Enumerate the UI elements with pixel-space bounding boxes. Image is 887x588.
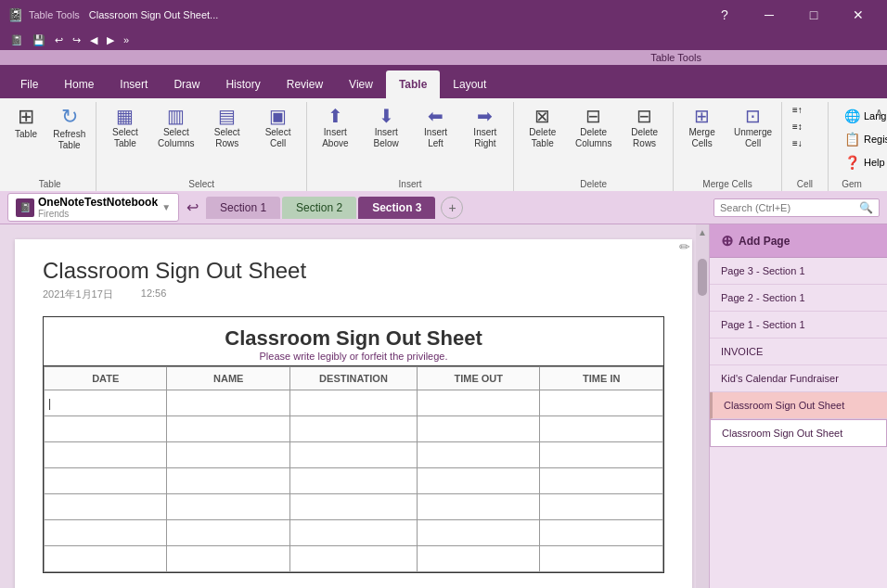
cell-row4-timeout[interactable]: [418, 468, 540, 494]
cell-row2-timeout[interactable]: [418, 416, 540, 442]
delete-table-button[interactable]: ⊠ Delete Table: [518, 102, 567, 152]
page-item-4[interactable]: Kid's Calendar Fundraiser: [710, 365, 887, 392]
cell-row2-date[interactable]: [45, 416, 167, 442]
merge-group-content: ⊞ Merge Cells ⊡ Unmerge Cell: [677, 102, 778, 176]
align-bottom-button[interactable]: ≡↓: [786, 135, 809, 151]
cell-row7-timeout[interactable]: [418, 546, 540, 572]
cell-row4-dest[interactable]: [289, 468, 417, 494]
select-rows-button[interactable]: ▤ Select Rows: [202, 102, 251, 152]
vertical-scrollbar[interactable]: ▲ ▼: [696, 224, 709, 588]
insert-right-button[interactable]: ➡ Insert Right: [460, 102, 509, 152]
cell-row5-timein[interactable]: [540, 494, 663, 520]
cell-row1-name[interactable]: [167, 390, 289, 416]
table-button[interactable]: ⊞ Table: [7, 102, 45, 143]
cell-row6-dest[interactable]: [289, 520, 417, 546]
section-tab-3[interactable]: Section 3: [358, 197, 435, 219]
close-button[interactable]: ✕: [837, 0, 880, 30]
page-item-2[interactable]: Page 1 - Section 1: [710, 312, 887, 339]
select-columns-button[interactable]: ▥ Select Columns: [151, 102, 200, 152]
scrollbar-thumb[interactable]: [698, 259, 707, 296]
cell-row4-date[interactable]: [45, 468, 167, 494]
add-page-button[interactable]: ⊕ Add Page: [710, 224, 887, 258]
delete-columns-button[interactable]: ⊟ Delete Columns: [569, 102, 618, 152]
search-icon[interactable]: 🔍: [859, 201, 873, 214]
table-row: [45, 520, 663, 546]
cell-row3-date[interactable]: [45, 442, 167, 468]
language-button[interactable]: 🌐 Language ▼: [840, 106, 864, 126]
more-icon[interactable]: »: [121, 32, 132, 47]
cell-row3-dest[interactable]: [289, 442, 417, 468]
cell-row3-name[interactable]: [167, 442, 289, 468]
ribbon-collapse[interactable]: ∧: [875, 102, 883, 191]
maximize-button[interactable]: □: [792, 0, 835, 30]
merge-cells-button[interactable]: ⊞ Merge Cells: [677, 102, 726, 152]
help-button[interactable]: ?: [703, 0, 746, 30]
cell-row5-date[interactable]: [45, 494, 167, 520]
cell-row6-timein[interactable]: [540, 520, 663, 546]
undo-icon[interactable]: ↩: [52, 32, 66, 48]
cell-row1-timeout[interactable]: [418, 390, 540, 416]
save-icon[interactable]: 💾: [30, 32, 48, 48]
page-item-6[interactable]: Classroom Sign Out Sheet: [710, 419, 887, 447]
undo-button[interactable]: ↩: [185, 197, 200, 218]
cell-row7-dest[interactable]: [289, 546, 417, 572]
add-section-button[interactable]: +: [441, 197, 463, 219]
page-item-3[interactable]: INVOICE: [710, 339, 887, 365]
cell-row1-dest[interactable]: [289, 390, 417, 416]
tab-insert[interactable]: Insert: [107, 70, 161, 98]
cell-row7-date[interactable]: [45, 546, 167, 572]
tab-file[interactable]: File: [7, 70, 51, 98]
cell-row1-timein[interactable]: [540, 390, 663, 416]
cell-row4-name[interactable]: [167, 468, 289, 494]
select-cell-button[interactable]: ▣ Select Cell: [253, 102, 302, 152]
insert-below-button[interactable]: ⬇ Insert Below: [362, 102, 411, 152]
align-middle-button[interactable]: ≡↕: [786, 119, 809, 134]
page-item-0[interactable]: Page 3 - Section 1: [710, 258, 887, 285]
notebook-dropdown-icon[interactable]: ▼: [161, 202, 171, 212]
delete-rows-button[interactable]: ⊟ Delete Rows: [620, 102, 669, 152]
forward-icon[interactable]: ▶: [104, 32, 117, 48]
cell-row6-date[interactable]: [45, 520, 167, 546]
scroll-up-arrow[interactable]: ▲: [695, 224, 709, 240]
cell-row2-timein[interactable]: [540, 416, 663, 442]
cell-row5-name[interactable]: [167, 494, 289, 520]
select-table-button[interactable]: ▦ Select Table: [100, 102, 149, 152]
cell-row7-name[interactable]: [167, 546, 289, 572]
tab-history[interactable]: History: [212, 70, 273, 98]
cell-row2-dest[interactable]: [289, 416, 417, 442]
insert-left-button[interactable]: ⬅ Insert Left: [413, 102, 459, 152]
search-input[interactable]: [720, 202, 859, 213]
cell-row5-dest[interactable]: [289, 494, 417, 520]
register-button[interactable]: 📋 Register: [840, 129, 864, 149]
cell-row6-timeout[interactable]: [418, 520, 540, 546]
tab-review[interactable]: Review: [274, 70, 336, 98]
cell-row2-name[interactable]: [167, 416, 289, 442]
help-gem-button[interactable]: ❓ Help ▼: [840, 152, 864, 173]
page-item-1[interactable]: Page 2 - Section 1: [710, 285, 887, 312]
section-tab-2[interactable]: Section 2: [282, 197, 356, 219]
tab-table[interactable]: Table: [386, 70, 440, 98]
cell-row6-name[interactable]: [167, 520, 289, 546]
cell-row5-timeout[interactable]: [418, 494, 540, 520]
cell-row3-timeout[interactable]: [418, 442, 540, 468]
delete-columns-label: Delete Columns: [573, 127, 613, 149]
minimize-button[interactable]: ─: [748, 0, 791, 30]
tab-layout[interactable]: Layout: [440, 70, 499, 98]
section-tab-1[interactable]: Section 1: [206, 197, 280, 219]
cell-row7-timein[interactable]: [540, 546, 663, 572]
cell-row1-date[interactable]: [45, 390, 167, 416]
cell-row4-timein[interactable]: [540, 468, 663, 494]
insert-above-button[interactable]: ⬆ Insert Above: [311, 102, 360, 152]
unmerge-cell-button[interactable]: ⊡ Unmerge Cell: [728, 102, 778, 152]
refresh-table-button[interactable]: ↻ Refresh Table: [46, 102, 92, 154]
tab-draw[interactable]: Draw: [161, 70, 212, 98]
redo-icon[interactable]: ↪: [70, 32, 84, 48]
collapse-icon[interactable]: ∧: [875, 106, 883, 119]
back-icon[interactable]: ◀: [87, 32, 100, 48]
tab-home[interactable]: Home: [51, 70, 107, 98]
edit-page-icon[interactable]: ✏: [679, 239, 690, 254]
tab-view[interactable]: View: [336, 70, 386, 98]
page-item-5[interactable]: Classroom Sign Out Sheet: [710, 392, 887, 419]
cell-row3-timein[interactable]: [540, 442, 663, 468]
align-top-button[interactable]: ≡↑: [786, 102, 809, 118]
